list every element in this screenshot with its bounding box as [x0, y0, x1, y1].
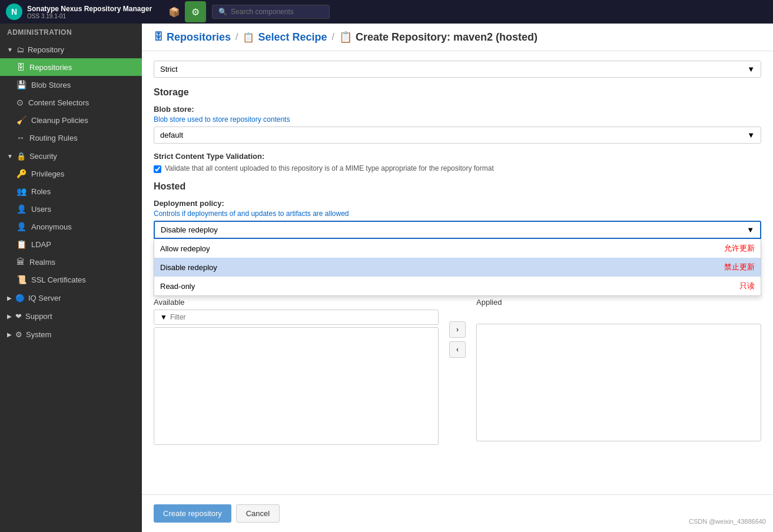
- search-icon: 🔍: [218, 8, 227, 16]
- arrow-right-icon-support: ▶: [7, 313, 12, 320]
- sidebar-item-label-anonymous: Anonymous: [31, 222, 72, 231]
- deploy-policy-label: Deployment policy:: [154, 199, 761, 208]
- app-logo: N Sonatype Nexus Repository Manager OSS …: [6, 4, 152, 20]
- sidebar-item-repositories[interactable]: 🗄 Repositories: [0, 58, 142, 76]
- sidebar-item-label-content-selectors: Content Selectors: [28, 98, 89, 107]
- search-input[interactable]: [231, 8, 323, 16]
- sidebar-item-label-privileges: Privileges: [31, 169, 64, 178]
- hosted-section: Hosted Deployment policy: Controls if de…: [154, 181, 761, 239]
- sidebar-group-system: ▶ ⚙ System: [0, 326, 142, 343]
- deploy-policy-dropdown[interactable]: Disable redeploy ▼: [154, 221, 761, 239]
- deploy-option-disable-label: Disable redeploy: [160, 263, 217, 272]
- filter-icon: ▼: [160, 313, 167, 321]
- ssl-icon: 📜: [16, 275, 26, 284]
- sidebar-item-cleanup-policies[interactable]: 🧹 Cleanup Policies: [0, 111, 142, 129]
- footer-buttons: Create repository Cancel: [142, 494, 773, 532]
- breadcrumb-select-recipe[interactable]: 📋 Select Recipe: [243, 31, 327, 44]
- main-layout: Administration ▼ 🗂 Repository 🗄 Reposito…: [0, 24, 773, 532]
- breadcrumb-repo-icon: 🗄: [154, 32, 163, 42]
- breadcrumb-sep-1: /: [235, 32, 238, 42]
- support-icon: ❤: [15, 312, 22, 321]
- breadcrumb-current-icon: 📋: [339, 31, 352, 44]
- sidebar-group-header-support[interactable]: ▶ ❤ Support: [0, 308, 142, 325]
- transfer-left-button[interactable]: ‹: [449, 341, 466, 358]
- nav-box-icon[interactable]: 📦: [164, 1, 185, 22]
- sidebar-group-header-security[interactable]: ▼ 🔒 Security: [0, 148, 142, 165]
- cleanup-available-panel: Available ▼: [154, 298, 439, 445]
- create-repository-button[interactable]: Create repository: [154, 504, 231, 523]
- arrow-right-icon-iq: ▶: [7, 295, 12, 301]
- iq-icon: 🔵: [15, 294, 25, 302]
- available-list: [154, 327, 439, 445]
- app-subtitle: OSS 3.19.1-01: [27, 13, 152, 19]
- sidebar-item-blob-stores[interactable]: 💾 Blob Stores: [0, 76, 142, 94]
- deploy-option-readonly[interactable]: Read-only 只读: [154, 277, 761, 295]
- strict-content-field: Strict Content Type Validation: Validate…: [154, 152, 761, 173]
- sidebar-group-header-system[interactable]: ▶ ⚙ System: [0, 326, 142, 343]
- sidebar-group-security: ▼ 🔒 Security 🔑 Privileges 👥 Roles 👤 User…: [0, 148, 142, 288]
- content-selector-icon: ⊙: [16, 98, 24, 107]
- deploy-option-readonly-label: Read-only: [160, 282, 195, 291]
- sidebar-item-ldap[interactable]: 📋 LDAP: [0, 235, 142, 253]
- realms-icon: 🏛: [16, 257, 25, 267]
- breadcrumb-current-label: Create Repository: maven2 (hosted): [356, 31, 538, 44]
- anonymous-icon: 👤: [16, 222, 26, 231]
- blob-store-value: default: [160, 131, 183, 139]
- deploy-dropdown-menu: Allow redeploy 允许更新 Disable redeploy 禁止更…: [154, 239, 761, 296]
- sidebar-group-label-security: Security: [29, 152, 57, 161]
- cleanup-panels: Available ▼ › ‹ Applied: [154, 298, 761, 445]
- strict-content-checkbox[interactable]: [154, 165, 161, 173]
- sidebar-item-privileges[interactable]: 🔑 Privileges: [0, 165, 142, 182]
- app-title: Sonatype Nexus Repository Manager: [27, 5, 152, 13]
- sidebar-item-anonymous[interactable]: 👤 Anonymous: [0, 218, 142, 235]
- version-policy-dropdown[interactable]: Strict ▼: [154, 61, 761, 78]
- sidebar-item-routing-rules[interactable]: ↔ Routing Rules: [0, 129, 142, 147]
- breadcrumb-repositories[interactable]: 🗄 Repositories: [154, 31, 231, 44]
- transfer-buttons: › ‹: [444, 321, 470, 358]
- blob-icon: 💾: [16, 80, 26, 89]
- filter-container: ▼: [154, 310, 439, 325]
- blob-store-chevron-icon: ▼: [747, 131, 755, 139]
- ldap-icon: 📋: [16, 240, 26, 249]
- filter-input-field[interactable]: [170, 313, 432, 321]
- deploy-option-allow-cn: 允许更新: [724, 243, 755, 254]
- blob-store-label: Blob store:: [154, 105, 761, 114]
- strict-content-label: Strict Content Type Validation:: [154, 152, 761, 161]
- deploy-policy-field: Deployment policy: Controls if deploymen…: [154, 199, 761, 239]
- search-bar[interactable]: 🔍: [212, 5, 330, 19]
- chevron-down-icon: ▼: [747, 65, 755, 74]
- cleanup-icon: 🧹: [16, 115, 26, 125]
- nav-settings-icon[interactable]: ⚙: [185, 1, 206, 22]
- blob-store-dropdown[interactable]: default ▼: [154, 127, 761, 144]
- applied-list: [476, 324, 761, 441]
- cancel-button[interactable]: Cancel: [236, 504, 280, 523]
- sidebar-item-users[interactable]: 👤 Users: [0, 200, 142, 218]
- sidebar-group-header-repository[interactable]: ▼ 🗂 Repository: [0, 41, 142, 58]
- users-icon: 👤: [16, 204, 26, 214]
- deploy-chevron-icon: ▼: [747, 225, 754, 234]
- version-policy-value: Strict: [160, 65, 178, 74]
- sidebar-item-roles[interactable]: 👥 Roles: [0, 182, 142, 200]
- transfer-right-button[interactable]: ›: [449, 321, 466, 338]
- deploy-option-disable[interactable]: Disable redeploy 禁止更新: [154, 258, 761, 277]
- admin-label: Administration: [0, 24, 142, 41]
- sidebar-item-label-ldap: LDAP: [31, 240, 51, 249]
- logo-icon: N: [6, 4, 22, 20]
- navbar: N Sonatype Nexus Repository Manager OSS …: [0, 0, 773, 24]
- deploy-option-allow[interactable]: Allow redeploy 允许更新: [154, 239, 761, 258]
- sidebar-item-label-routing-rules: Routing Rules: [29, 134, 78, 142]
- routing-icon: ↔: [16, 133, 25, 142]
- breadcrumb-select-recipe-label: Select Recipe: [258, 31, 327, 44]
- sidebar-item-label-roles: Roles: [31, 187, 51, 196]
- sidebar-item-content-selectors[interactable]: ⊙ Content Selectors: [0, 94, 142, 111]
- sidebar-item-ssl-certs[interactable]: 📜 SSL Certificates: [0, 271, 142, 288]
- form-content: Strict ▼ Storage Blob store: Blob store …: [142, 51, 773, 494]
- sidebar-group-header-iq-server[interactable]: ▶ 🔵 IQ Server: [0, 290, 142, 307]
- system-gear-icon: ⚙: [15, 330, 22, 339]
- deploy-option-readonly-cn: 只读: [739, 281, 755, 291]
- sidebar-item-realms[interactable]: 🏛 Realms: [0, 253, 142, 271]
- sidebar-item-label-users: Users: [31, 205, 51, 214]
- db-icon: 🗄: [16, 62, 25, 72]
- sidebar-item-label-blob-stores: Blob Stores: [31, 81, 71, 89]
- sidebar-group-label-iq: IQ Server: [28, 294, 61, 302]
